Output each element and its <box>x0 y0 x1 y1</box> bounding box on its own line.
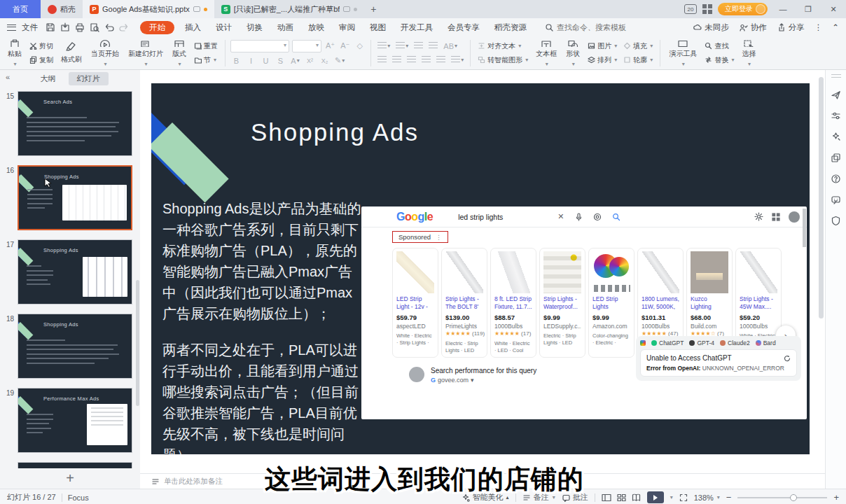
calendar-widget-icon[interactable]: 20 <box>684 4 697 14</box>
play-slideshow-button[interactable] <box>647 491 664 503</box>
share-button[interactable]: 分享 <box>777 22 805 33</box>
line-spacing-button[interactable] <box>450 55 465 66</box>
layout-button[interactable]: 版式 <box>169 38 190 69</box>
preview-icon[interactable] <box>90 22 99 32</box>
text-box-button[interactable]: 文本框 <box>532 38 560 69</box>
paste-button[interactable]: 粘贴 <box>4 38 25 69</box>
sync-status[interactable]: 未同步 <box>693 22 729 33</box>
align-center-button[interactable] <box>391 55 403 66</box>
minimize-button[interactable]: — <box>773 1 793 18</box>
menu-tab-start[interactable]: 开始 <box>140 21 174 34</box>
reset-button[interactable]: 重置 <box>192 41 220 52</box>
tab-document-sheet[interactable]: S [只读]已解密_...人端推广种草bf <box>214 0 365 18</box>
arrange-button[interactable]: 排列 <box>585 55 619 66</box>
save-icon[interactable] <box>46 22 55 32</box>
close-button[interactable]: ✕ <box>824 1 843 18</box>
increase-indent-button[interactable] <box>427 41 439 52</box>
strikethrough-button[interactable]: S <box>275 55 286 66</box>
decrease-indent-button[interactable] <box>412 41 424 52</box>
editing-canvas[interactable]: Shopping Ads Shopping Ads是以产品为基础的一种谷歌广告系… <box>140 70 825 473</box>
slide-thumbnail-16-selected[interactable]: 16 Shopping Ads <box>3 165 136 230</box>
zoom-out-button[interactable]: − <box>726 492 732 503</box>
menu-tab-insert[interactable]: 插入 <box>179 21 207 34</box>
slide-thumbnail-20-partial[interactable] <box>18 462 132 468</box>
slide-thumbnail-15[interactable]: 15 Search Ads <box>3 91 136 156</box>
subscript-button[interactable]: X₂ <box>319 55 331 66</box>
smart-graphic-button[interactable]: 转智能图形 <box>476 55 530 66</box>
canvas-scrollbar[interactable] <box>819 77 824 318</box>
shield-icon[interactable] <box>831 216 841 226</box>
zoom-in-button[interactable]: + <box>833 492 839 503</box>
shapes-button[interactable]: 形状 <box>562 38 583 69</box>
bold-button[interactable]: B <box>230 55 242 66</box>
sorter-view-icon[interactable] <box>617 493 626 502</box>
login-button[interactable]: 立即登录 <box>718 3 768 15</box>
help-icon[interactable] <box>831 174 841 184</box>
panel-scrollbar[interactable] <box>136 280 139 406</box>
cut-button[interactable]: 剪切 <box>27 41 55 52</box>
find-button[interactable]: 查找 <box>702 41 736 52</box>
sliders-icon[interactable] <box>831 111 841 121</box>
font-size-select[interactable] <box>292 40 321 52</box>
menu-tab-slideshow[interactable]: 放映 <box>302 21 331 34</box>
underline-button[interactable]: U <box>260 55 272 66</box>
menu-tab-transition[interactable]: 切换 <box>240 21 269 34</box>
undo-icon[interactable] <box>104 22 114 32</box>
new-slide-button[interactable]: 新建幻灯片 <box>125 38 167 69</box>
feedback-icon[interactable] <box>831 195 841 205</box>
menu-tab-docer-res[interactable]: 稻壳资源 <box>488 21 533 34</box>
magic-wand-icon[interactable] <box>831 132 841 142</box>
menu-tab-design[interactable]: 设计 <box>209 21 238 34</box>
zoom-slider-thumb[interactable] <box>790 494 797 501</box>
file-menu[interactable]: 文件 <box>22 22 38 33</box>
menu-tab-member[interactable]: 会员专享 <box>441 21 486 34</box>
align-text-button[interactable]: 对齐文本 <box>476 41 530 52</box>
rocket-icon[interactable] <box>831 90 841 100</box>
zoom-slider[interactable] <box>737 497 827 498</box>
select-button[interactable]: 选择 <box>738 38 759 69</box>
menu-tab-animation[interactable]: 动画 <box>271 21 300 34</box>
slide-thumbnail-17[interactable]: 17 Shopping Ads <box>3 239 136 304</box>
export-icon[interactable] <box>60 22 70 32</box>
section-button[interactable]: 节 <box>192 55 220 66</box>
justify-button[interactable] <box>420 55 432 66</box>
copy-button[interactable]: 复制 <box>27 55 55 66</box>
columns-button[interactable] <box>435 55 447 66</box>
fill-button[interactable]: 填充 <box>621 41 655 52</box>
text-direction-button[interactable]: AB <box>442 41 459 52</box>
print-icon[interactable] <box>75 22 85 32</box>
slide-title[interactable]: Shopping Ads <box>251 118 419 146</box>
command-search-input[interactable] <box>557 23 648 31</box>
decrease-font-button[interactable]: A⁻ <box>339 41 351 52</box>
collapse-ribbon-icon[interactable]: ⌃ <box>832 22 839 32</box>
reading-view-icon[interactable] <box>632 493 641 502</box>
bullet-list-button[interactable] <box>376 41 391 52</box>
add-slide-button[interactable]: + <box>0 468 140 488</box>
clear-format-button[interactable]: ◇ <box>354 41 366 52</box>
command-search[interactable] <box>545 23 648 31</box>
layers-icon[interactable] <box>831 153 841 163</box>
menu-tab-view[interactable]: 视图 <box>363 21 392 34</box>
collapse-panel-button[interactable]: « <box>6 73 10 81</box>
increase-font-button[interactable]: A⁺ <box>324 41 336 52</box>
slide-thumbnail-19[interactable]: 19 Performance Max Ads <box>3 388 136 453</box>
numbered-list-button[interactable] <box>394 41 410 52</box>
slide-thumbnail-18[interactable]: 18 Shopping Ads <box>3 314 136 379</box>
menu-tab-review[interactable]: 审阅 <box>333 21 361 34</box>
present-tools-button[interactable]: 演示工具 <box>665 38 700 69</box>
fit-screen-icon[interactable] <box>679 493 688 502</box>
new-tab-button[interactable]: + <box>364 0 382 18</box>
zoom-level[interactable]: 138% <box>694 493 720 502</box>
highlight-button[interactable]: ✎ <box>333 55 346 66</box>
italic-button[interactable]: I <box>245 55 257 66</box>
tab-docer[interactable]: 稻壳 <box>41 0 83 18</box>
play-from-current-button[interactable]: 当页开始 <box>88 38 123 69</box>
slides-tab[interactable]: 幻灯片 <box>69 72 109 85</box>
collaborate-button[interactable]: 协作 <box>739 22 767 33</box>
hamburger-icon[interactable] <box>7 24 16 31</box>
picture-button[interactable]: 图片 <box>585 41 619 52</box>
superscript-button[interactable]: X² <box>304 55 316 66</box>
replace-button[interactable]: 替换 <box>702 55 736 66</box>
outline-button[interactable]: 轮廓 <box>621 55 655 66</box>
slide-body-text[interactable]: Shopping Ads是以产品为基础的一种谷歌广告系列，目前只剩下标准购物广告… <box>162 198 366 454</box>
